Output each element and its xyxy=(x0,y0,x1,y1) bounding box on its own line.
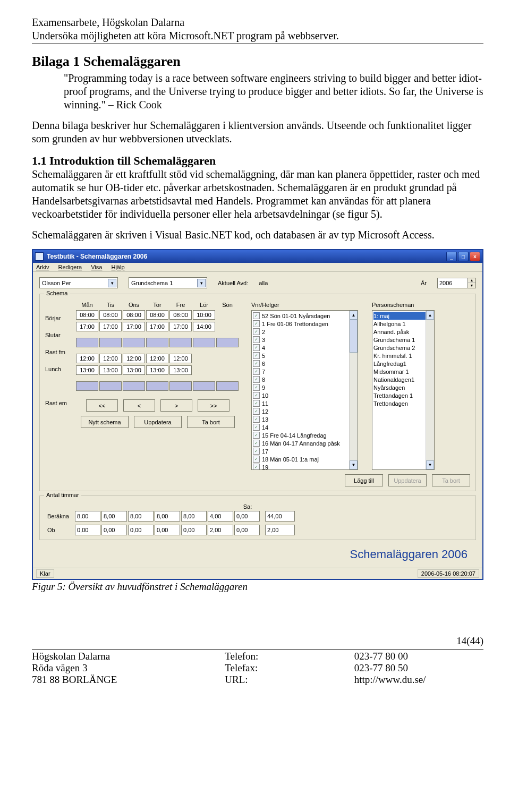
hours-cell[interactable]: 0,00 xyxy=(75,525,100,535)
nav-first-button[interactable]: << xyxy=(86,399,118,412)
checkbox[interactable]: ✓ xyxy=(253,312,260,319)
hours-cell[interactable]: 0,00 xyxy=(155,525,180,535)
scrollbar[interactable]: ▲ ▼ xyxy=(349,311,358,469)
schedule-cell[interactable]: 08:00 xyxy=(169,310,192,320)
hours-cell[interactable]: 0,00 xyxy=(128,525,154,535)
scroll-up-icon[interactable]: ▲ xyxy=(426,311,434,320)
list-item[interactable]: ✓15 Fre 04-14 Långfredag xyxy=(253,431,356,439)
spinner-up-icon[interactable]: ▲ xyxy=(468,278,475,284)
list-item[interactable]: ✓1 Fre 01-06 Trettondagen xyxy=(253,320,356,328)
delete-button-2[interactable]: Ta bort xyxy=(432,474,470,486)
update-button-2[interactable]: Uppdatera xyxy=(388,474,427,486)
schedule-cell[interactable]: 17:00 xyxy=(146,322,168,331)
nav-last-button[interactable]: >> xyxy=(198,399,230,412)
schedule-cell[interactable] xyxy=(123,381,145,391)
scrollbar[interactable]: ▲ ▼ xyxy=(426,311,434,469)
menu-redigera[interactable]: Redigera xyxy=(58,264,82,270)
list-item[interactable]: ✓2 xyxy=(253,328,356,336)
hours-cell[interactable]: 8,00 xyxy=(101,511,127,522)
list-item[interactable]: Trettondagen xyxy=(373,399,433,407)
schedule-cell[interactable] xyxy=(169,381,192,391)
checkbox[interactable]: ✓ xyxy=(253,328,260,335)
list-item[interactable]: Allhelgona 1 xyxy=(373,320,433,328)
list-item[interactable]: Annand. påsk xyxy=(373,328,433,336)
list-item[interactable]: ✓3 xyxy=(253,336,356,344)
schedule-cell[interactable]: 12:00 xyxy=(76,354,98,363)
new-schema-button[interactable]: Nytt schema xyxy=(81,416,129,428)
menu-arkiv[interactable]: Arkiv xyxy=(36,264,49,270)
hours-cell[interactable]: 0,00 xyxy=(234,511,260,522)
person-combo[interactable]: Olsson Per ▾ xyxy=(39,277,118,288)
schedule-cell[interactable]: 08:00 xyxy=(76,310,98,320)
schedule-cell[interactable] xyxy=(99,338,122,347)
list-item[interactable]: Trettandagen 1 xyxy=(373,391,433,399)
list-item[interactable]: ✓6 xyxy=(253,360,356,367)
schedule-cell[interactable]: 13:00 xyxy=(99,365,122,375)
list-item[interactable]: Nationaldagen1 xyxy=(373,375,433,383)
list-item[interactable]: ✓16 Mån 04-17 Annandag påsk xyxy=(253,439,356,447)
schedule-cell[interactable]: 17:00 xyxy=(123,322,145,331)
minimize-button[interactable]: _ xyxy=(446,252,457,261)
schedule-cell[interactable] xyxy=(76,381,98,391)
nav-next-button[interactable]: > xyxy=(160,399,192,412)
checkbox[interactable]: ✓ xyxy=(253,400,260,407)
hours-cell[interactable]: 8,00 xyxy=(155,511,180,522)
checkbox[interactable]: ✓ xyxy=(253,360,260,367)
checkbox[interactable]: ✓ xyxy=(253,392,260,399)
scroll-down-icon[interactable]: ▼ xyxy=(350,460,358,469)
hours-cell[interactable]: 8,00 xyxy=(75,511,100,522)
schedule-cell[interactable]: 08:00 xyxy=(99,310,122,320)
checkbox[interactable]: ✓ xyxy=(253,352,260,359)
hours-cell[interactable]: 4,00 xyxy=(208,511,233,522)
schedule-cell[interactable]: 13:00 xyxy=(76,365,98,375)
spinner-down-icon[interactable]: ▼ xyxy=(468,283,475,288)
schedule-cell[interactable]: 12:00 xyxy=(146,354,168,363)
schedule-cell[interactable] xyxy=(169,338,192,347)
scroll-up-icon[interactable]: ▲ xyxy=(350,311,358,320)
hours-cell[interactable]: 0,00 xyxy=(101,525,127,535)
schedule-cell[interactable]: 13:00 xyxy=(169,365,192,375)
schedule-cell[interactable]: 17:00 xyxy=(76,322,98,331)
list-item[interactable]: ✓13 xyxy=(253,415,356,423)
schedule-cell[interactable] xyxy=(216,338,239,347)
list-item[interactable]: ✓11 xyxy=(253,399,356,407)
schedule-cell[interactable] xyxy=(99,381,122,391)
list-item[interactable]: ✓18 Mån 05-01 1:a maj xyxy=(253,455,356,463)
list-item[interactable]: ✓12 xyxy=(253,407,356,415)
list-item[interactable]: ✓4 xyxy=(253,344,356,352)
nav-prev-button[interactable]: < xyxy=(123,399,155,412)
schedule-cell[interactable] xyxy=(146,338,168,347)
checkbox[interactable]: ✓ xyxy=(253,408,260,415)
schedule-cell[interactable]: 12:00 xyxy=(123,354,145,363)
list-item[interactable]: ✓9 xyxy=(253,383,356,391)
checkbox[interactable]: ✓ xyxy=(253,376,260,383)
checkbox[interactable]: ✓ xyxy=(253,320,260,327)
list-item[interactable]: Nyårsdagen xyxy=(373,383,433,391)
checkbox[interactable]: ✓ xyxy=(253,456,260,463)
checkbox[interactable]: ✓ xyxy=(253,336,260,343)
schedule-cell[interactable]: 10:00 xyxy=(193,310,215,320)
person-listbox[interactable]: 1: majAllhelgona 1Annand. påskGrundschem… xyxy=(372,310,435,470)
schedule-cell[interactable]: 13:00 xyxy=(146,365,168,375)
list-item[interactable]: Grundschema 1 xyxy=(373,336,433,344)
list-item[interactable]: ✓14 xyxy=(253,423,356,431)
update-schema-button[interactable]: Uppdatera xyxy=(134,416,182,428)
schedule-cell[interactable] xyxy=(146,381,168,391)
list-item[interactable]: Midsommar 1 xyxy=(373,367,433,375)
checkbox[interactable]: ✓ xyxy=(253,384,260,391)
list-item[interactable]: ✓5 xyxy=(253,352,356,360)
schedule-cell[interactable]: 13:00 xyxy=(123,365,145,375)
delete-schema-button[interactable]: Ta bort xyxy=(187,416,235,428)
schedule-cell[interactable]: 12:00 xyxy=(99,354,122,363)
hours-cell[interactable]: 0,00 xyxy=(181,525,207,535)
list-item[interactable]: ✓10 xyxy=(253,391,356,399)
checkbox[interactable]: ✓ xyxy=(253,424,260,431)
schedule-cell[interactable]: 17:00 xyxy=(99,322,122,331)
schedule-cell[interactable]: 08:00 xyxy=(146,310,168,320)
maximize-button[interactable]: □ xyxy=(458,252,469,261)
checkbox[interactable]: ✓ xyxy=(253,464,260,470)
schedule-cell[interactable] xyxy=(193,381,215,391)
checkbox[interactable]: ✓ xyxy=(253,440,260,447)
vnr-listbox[interactable]: ✓52 Sön 01-01 Nyårsdagen✓1 Fre 01-06 Tre… xyxy=(251,310,358,470)
list-item[interactable]: 1: maj xyxy=(373,312,433,320)
